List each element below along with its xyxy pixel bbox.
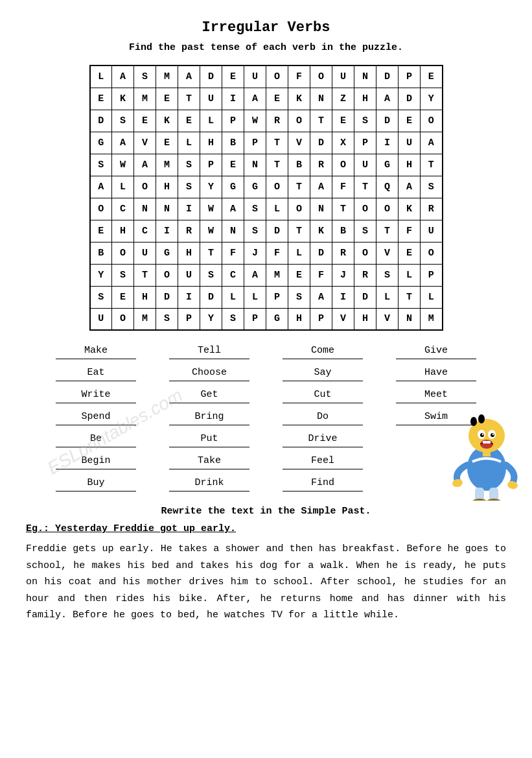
grid-cell: H <box>156 176 178 198</box>
grid-cell: S <box>200 264 222 286</box>
grid-cell: F <box>222 242 244 264</box>
grid-cell: O <box>421 242 443 264</box>
grid-cell: F <box>332 176 354 198</box>
grid-cell: A <box>399 176 421 198</box>
grid-cell: M <box>134 308 156 330</box>
grid-cell: O <box>354 198 376 220</box>
grid-cell: K <box>399 198 421 220</box>
grid-cell: E <box>134 110 156 132</box>
grid-cell: B <box>222 132 244 154</box>
grid-cell: A <box>376 88 399 110</box>
grid-cell: L <box>90 65 112 88</box>
verb-item: Drink <box>153 472 266 494</box>
grid-cell: L <box>244 286 266 308</box>
grid-cell: I <box>222 88 244 110</box>
grid-cell: J <box>332 264 354 286</box>
cartoon-figure <box>448 397 526 494</box>
verb-item: Put <box>153 428 266 450</box>
grid-cell: F <box>288 65 310 88</box>
grid-cell: L <box>178 132 200 154</box>
grid-cell: G <box>266 308 288 330</box>
grid-cell: O <box>421 110 443 132</box>
verb-list: MakeTellComeGiveEatChooseSayHaveWriteGet… <box>40 340 493 494</box>
grid-cell: B <box>288 154 310 176</box>
grid-cell: D <box>310 132 332 154</box>
grid-cell: S <box>178 154 200 176</box>
grid-cell: E <box>288 264 310 286</box>
grid-cell: H <box>178 242 200 264</box>
grid-cell: N <box>310 198 332 220</box>
grid-cell: H <box>354 308 376 330</box>
verb-item: Spend <box>40 406 153 428</box>
svg-point-8 <box>481 434 483 435</box>
verb-item: Drive <box>266 428 380 450</box>
grid-cell: T <box>376 220 399 242</box>
grid-cell: K <box>288 88 310 110</box>
verb-item: Get <box>153 384 266 406</box>
grid-cell: T <box>134 264 156 286</box>
svg-point-19 <box>486 499 502 501</box>
grid-cell: T <box>354 176 376 198</box>
grid-cell: P <box>200 154 222 176</box>
svg-point-10 <box>480 440 493 449</box>
grid-cell: M <box>134 88 156 110</box>
grid-cell: T <box>200 242 222 264</box>
grid-cell: A <box>90 176 112 198</box>
passage-text: Freddie gets up early. He takes a shower… <box>26 541 506 624</box>
grid-cell: N <box>399 308 421 330</box>
grid-cell: K <box>112 88 134 110</box>
grid-cell: L <box>200 110 222 132</box>
grid-cell: P <box>354 132 376 154</box>
svg-rect-11 <box>483 441 487 444</box>
grid-cell: S <box>90 286 112 308</box>
grid-cell: H <box>288 308 310 330</box>
verb-item: Bring <box>153 406 266 428</box>
grid-cell: N <box>244 154 266 176</box>
grid-cell: O <box>156 264 178 286</box>
grid-cell: G <box>376 154 399 176</box>
verb-item: Feel <box>266 450 380 472</box>
grid-cell: Z <box>332 88 354 110</box>
grid-cell: W <box>112 154 134 176</box>
grid-cell: V <box>376 242 399 264</box>
grid-cell: M <box>156 65 178 88</box>
grid-cell: C <box>112 198 134 220</box>
grid-cell: P <box>421 264 443 286</box>
grid-cell: H <box>112 220 134 242</box>
grid-cell: E <box>112 286 134 308</box>
grid-cell: E <box>156 88 178 110</box>
grid-cell: R <box>310 154 332 176</box>
grid-cell: M <box>156 154 178 176</box>
grid-cell: D <box>200 65 222 88</box>
grid-cell: P <box>310 308 332 330</box>
grid-cell: T <box>266 154 288 176</box>
grid-cell: N <box>354 65 376 88</box>
grid-cell: W <box>244 110 266 132</box>
grid-cell: O <box>332 154 354 176</box>
grid-cell: T <box>332 198 354 220</box>
grid-cell: G <box>244 176 266 198</box>
svg-point-9 <box>492 434 493 435</box>
grid-cell: K <box>310 220 332 242</box>
grid-cell: U <box>134 242 156 264</box>
grid-cell: N <box>222 220 244 242</box>
grid-cell: S <box>90 154 112 176</box>
grid-cell: R <box>354 264 376 286</box>
grid-cell: S <box>244 198 266 220</box>
grid-cell: Y <box>200 176 222 198</box>
grid-cell: A <box>222 198 244 220</box>
grid-cell: L <box>266 198 288 220</box>
grid-cell: U <box>421 220 443 242</box>
verb-item: Take <box>153 450 266 472</box>
verb-item: Come <box>266 340 380 362</box>
grid-cell: A <box>244 88 266 110</box>
grid-cell: S <box>112 264 134 286</box>
grid-cell: O <box>354 242 376 264</box>
grid-cell: A <box>112 65 134 88</box>
grid-cell: S <box>178 176 200 198</box>
grid-cell: U <box>178 264 200 286</box>
grid-cell: T <box>310 110 332 132</box>
grid-cell: I <box>178 198 200 220</box>
grid-cell: O <box>288 198 310 220</box>
grid-cell: N <box>310 88 332 110</box>
